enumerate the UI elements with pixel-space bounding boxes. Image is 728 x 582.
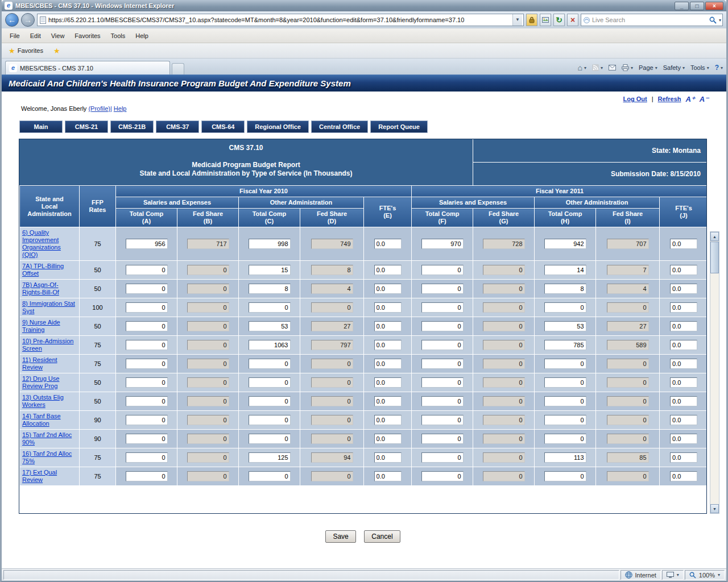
- compatibility-view-icon[interactable]: [540, 14, 551, 26]
- input-total-comp-f[interactable]: [421, 471, 464, 481]
- input-total-comp-c[interactable]: [249, 359, 291, 369]
- refresh-link[interactable]: Refresh: [658, 95, 681, 102]
- input-total-comp-a[interactable]: [126, 471, 168, 481]
- menu-favorites[interactable]: Favorites: [70, 31, 105, 41]
- input-fte-e[interactable]: [374, 284, 402, 294]
- input-total-comp-f[interactable]: [421, 415, 464, 425]
- feeds-button[interactable]: ▾: [592, 64, 603, 71]
- input-fte-j[interactable]: [670, 239, 697, 249]
- tab-main[interactable]: Main: [19, 120, 63, 133]
- input-fte-j[interactable]: [670, 340, 697, 350]
- input-total-comp-h[interactable]: [544, 302, 586, 313]
- search-input[interactable]: [592, 16, 707, 23]
- tab-cms-21b[interactable]: CMS-21B: [110, 120, 154, 133]
- row-link[interactable]: 16) Tanf 2nd Alloc 75%: [22, 450, 72, 464]
- tab-cms-64[interactable]: CMS-64: [201, 120, 245, 133]
- input-total-comp-f[interactable]: [421, 265, 464, 275]
- input-fte-j[interactable]: [670, 284, 697, 294]
- input-total-comp-c[interactable]: [249, 284, 291, 294]
- input-total-comp-a[interactable]: [126, 340, 168, 350]
- help-menu[interactable]: ?▾: [715, 64, 723, 72]
- input-fte-e[interactable]: [374, 434, 402, 444]
- row-link[interactable]: 15) Tanf 2nd Alloc 90%: [22, 431, 72, 446]
- input-total-comp-h[interactable]: [544, 239, 586, 249]
- tab-cms-37[interactable]: CMS-37: [156, 120, 199, 133]
- forward-button[interactable]: →: [21, 13, 35, 27]
- input-fte-e[interactable]: [374, 340, 402, 350]
- input-total-comp-h[interactable]: [544, 377, 586, 388]
- page-menu[interactable]: Page▾: [639, 64, 657, 71]
- row-link[interactable]: 10) Pre-Admission Screen: [22, 338, 73, 352]
- menu-tools[interactable]: Tools: [106, 31, 130, 41]
- input-total-comp-c[interactable]: [249, 434, 291, 444]
- menu-help[interactable]: Help: [131, 31, 153, 41]
- row-link[interactable]: 7A) TPL-Billing Offset: [22, 263, 64, 277]
- back-button[interactable]: ←: [5, 13, 19, 27]
- input-total-comp-f[interactable]: [421, 284, 464, 294]
- row-link[interactable]: 17) Ext Qual Review: [22, 469, 57, 483]
- search-dropdown-icon[interactable]: ▾: [719, 18, 721, 23]
- tab-regional-office[interactable]: Regional Office: [247, 120, 309, 133]
- row-link[interactable]: 9) Nurse Aide Training: [22, 319, 60, 333]
- input-total-comp-f[interactable]: [421, 340, 464, 350]
- row-link[interactable]: 8) Immigration Stat Syst: [22, 300, 75, 314]
- search-icon[interactable]: [709, 16, 717, 24]
- tab-cms-21[interactable]: CMS-21: [65, 120, 108, 133]
- input-total-comp-c[interactable]: [249, 415, 291, 425]
- input-total-comp-a[interactable]: [126, 359, 168, 369]
- tab-report-queue[interactable]: Report Queue: [370, 120, 428, 133]
- profile-link[interactable]: (Profile)|: [88, 105, 111, 112]
- input-total-comp-a[interactable]: [126, 239, 168, 249]
- row-link[interactable]: 11) Resident Review: [22, 356, 57, 371]
- input-total-comp-a[interactable]: [126, 452, 168, 463]
- input-total-comp-h[interactable]: [544, 415, 586, 425]
- input-fte-e[interactable]: [374, 321, 402, 331]
- input-total-comp-c[interactable]: [249, 239, 291, 249]
- input-total-comp-h[interactable]: [544, 452, 586, 463]
- input-fte-j[interactable]: [670, 396, 697, 406]
- input-total-comp-h[interactable]: [544, 321, 586, 331]
- input-total-comp-a[interactable]: [126, 284, 168, 294]
- input-total-comp-c[interactable]: [249, 265, 291, 275]
- input-total-comp-c[interactable]: [249, 396, 291, 406]
- input-fte-e[interactable]: [374, 265, 402, 275]
- input-total-comp-h[interactable]: [544, 265, 586, 275]
- print-button[interactable]: ▾: [622, 64, 633, 71]
- input-fte-e[interactable]: [374, 239, 402, 249]
- mail-button[interactable]: [609, 65, 616, 70]
- address-dropdown-icon[interactable]: ▼: [512, 14, 522, 26]
- input-fte-j[interactable]: [670, 359, 697, 369]
- logout-link[interactable]: Log Out: [623, 95, 647, 102]
- url-input[interactable]: [48, 16, 510, 23]
- row-link[interactable]: 7B) Asgn-Of-Rights-Bill-Of: [22, 281, 59, 296]
- input-total-comp-f[interactable]: [421, 396, 464, 406]
- input-total-comp-c[interactable]: [249, 377, 291, 388]
- input-total-comp-f[interactable]: [421, 359, 464, 369]
- home-button[interactable]: ⌂▾: [578, 63, 586, 72]
- input-total-comp-h[interactable]: [544, 340, 586, 350]
- new-tab-button[interactable]: [172, 63, 184, 74]
- scrollbar-thumb[interactable]: [710, 242, 719, 273]
- input-fte-j[interactable]: [670, 265, 697, 275]
- input-total-comp-c[interactable]: [249, 302, 291, 313]
- input-total-comp-c[interactable]: [249, 452, 291, 463]
- input-total-comp-a[interactable]: [126, 396, 168, 406]
- table-scrollbar[interactable]: ▲ ▼: [710, 231, 719, 514]
- input-total-comp-a[interactable]: [126, 302, 168, 313]
- row-link[interactable]: 14) Tanf Base Allocation: [22, 413, 61, 427]
- input-fte-j[interactable]: [670, 321, 697, 331]
- safety-menu[interactable]: Safety▾: [663, 64, 685, 71]
- input-total-comp-a[interactable]: [126, 377, 168, 388]
- cancel-button[interactable]: Cancel: [364, 530, 400, 543]
- minimize-button[interactable]: _: [675, 2, 689, 10]
- input-total-comp-h[interactable]: [544, 359, 586, 369]
- input-fte-e[interactable]: [374, 452, 402, 463]
- input-total-comp-f[interactable]: [421, 434, 464, 444]
- tab-central-office[interactable]: Central Office: [311, 120, 368, 133]
- tools-menu[interactable]: Tools▾: [690, 64, 709, 71]
- status-zoom[interactable]: 100% ▾: [685, 570, 725, 580]
- input-total-comp-a[interactable]: [126, 415, 168, 425]
- input-fte-e[interactable]: [374, 471, 402, 481]
- input-fte-e[interactable]: [374, 396, 402, 406]
- input-fte-j[interactable]: [670, 471, 697, 481]
